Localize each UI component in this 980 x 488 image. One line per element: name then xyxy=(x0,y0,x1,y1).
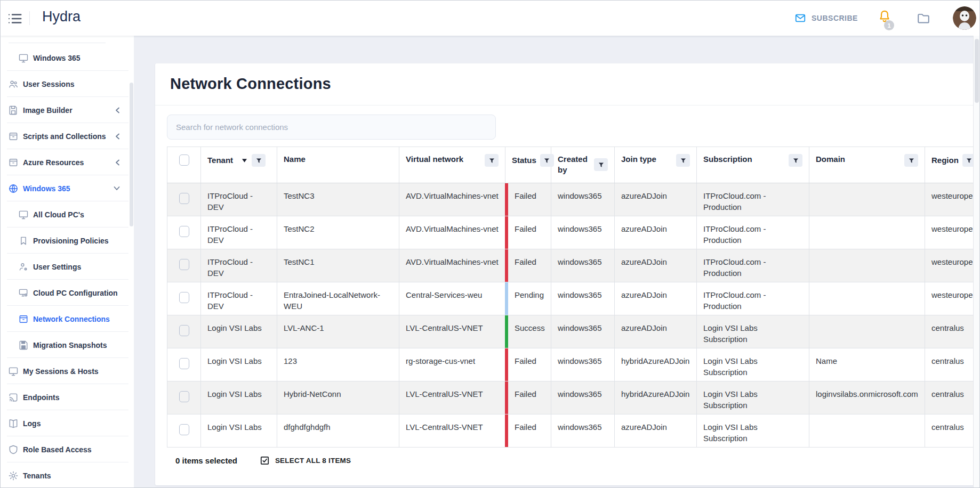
sidebar-item-migration-snapshots[interactable]: Migration Snapshots xyxy=(1,332,134,358)
cell-join-type: azureADJoin xyxy=(615,249,697,282)
avatar[interactable] xyxy=(953,6,976,30)
row-checkbox[interactable] xyxy=(179,193,189,204)
cell-region: westeurope xyxy=(925,249,975,282)
column-label: Subscription xyxy=(703,154,752,165)
column-label: Created by xyxy=(558,154,590,175)
sidebar-item-user-settings[interactable]: User Settings xyxy=(1,254,134,280)
table-row[interactable]: ITProCloud - DEVTestNC2AVD.VirtualMachin… xyxy=(167,216,975,249)
cell-join-type: azureADJoin xyxy=(615,183,697,216)
sidebar-item-azure-resources[interactable]: Azure Resources xyxy=(1,149,134,175)
sidebar-item-scripts-and-collections[interactable]: Scripts and Collections xyxy=(1,123,134,149)
table-row[interactable]: Login VSI LabsdfghdfghdgfhLVL-CentralUS-… xyxy=(167,414,975,448)
cell-join-type: azureADJoin xyxy=(615,315,697,348)
column-header-region[interactable]: Region xyxy=(925,147,975,183)
row-checkbox[interactable] xyxy=(179,259,189,270)
sidebar-item-role-based-access[interactable]: Role Based Access xyxy=(1,436,134,462)
cell-created-by: windows365 xyxy=(551,348,615,381)
cell-subscription: ITProCloud.com - Production xyxy=(697,216,809,249)
column-header-created-by[interactable]: Created by xyxy=(551,147,615,183)
sidebar-item-label: Image Builder xyxy=(23,106,73,115)
sidebar-item-label: Tenants xyxy=(23,471,51,480)
column-header-virtual-network[interactable]: Virtual network xyxy=(399,147,505,183)
status-color-bar xyxy=(505,414,508,447)
chevron-down-icon[interactable] xyxy=(114,186,120,191)
table-row[interactable]: Login VSI LabsLVL-ANC-1LVL-CentralUS-VNE… xyxy=(167,315,975,348)
filter-icon[interactable] xyxy=(676,154,690,167)
gear-icon xyxy=(8,470,19,481)
cell-status: Success xyxy=(505,315,551,348)
table-row[interactable]: ITProCloud - DEVTestNC3AVD.VirtualMachin… xyxy=(167,183,975,216)
folder-icon[interactable] xyxy=(917,12,930,25)
title-divider xyxy=(155,105,974,105)
table-row[interactable]: Login VSI LabsHybrid-NetConnLVL-CentralU… xyxy=(167,381,975,414)
cell-virtual-network: LVL-CentralUS-VNET xyxy=(399,381,505,414)
sidebar: Windows 365User SessionsImage BuilderScr… xyxy=(1,36,134,487)
column-label: Join type xyxy=(621,154,656,165)
sidebar-scrollbar[interactable] xyxy=(130,83,133,226)
row-checkbox[interactable] xyxy=(179,424,189,435)
sidebar-item-user-sessions[interactable]: User Sessions xyxy=(1,71,134,97)
sidebar-item-provisioning-policies[interactable]: Provisioning Policies xyxy=(1,227,134,254)
chevron-left-icon[interactable] xyxy=(115,133,120,140)
column-header-status[interactable]: Status xyxy=(505,147,551,183)
chevron-left-icon[interactable] xyxy=(115,107,120,113)
column-header-domain[interactable]: Domain xyxy=(809,147,925,183)
sidebar-item-all-cloud-pc-s[interactable]: All Cloud PC's xyxy=(1,201,134,227)
sidebar-item-image-builder[interactable]: Image Builder xyxy=(1,97,134,123)
row-checkbox[interactable] xyxy=(179,391,189,402)
column-header-join-type[interactable]: Join type xyxy=(615,147,697,183)
column-header-name[interactable]: Name xyxy=(277,147,399,183)
sidebar-item-logs[interactable]: Logs xyxy=(1,410,134,436)
sort-desc-icon[interactable] xyxy=(242,159,247,162)
sidebar-item-cloud-pc-configuration[interactable]: Cloud PC Configuration xyxy=(1,280,134,306)
filter-icon[interactable] xyxy=(789,154,802,167)
cell-domain xyxy=(809,414,925,448)
cell-domain: Name xyxy=(809,348,925,381)
filter-icon[interactable] xyxy=(594,158,608,171)
cell-subscription: ITProCloud.com - Production xyxy=(697,183,809,216)
select-all-checkbox[interactable] xyxy=(179,154,189,166)
subscribe-label: SUBSCRIBE xyxy=(812,14,858,22)
user-gear-icon xyxy=(18,262,29,272)
sidebar-item-windows-365[interactable]: Windows 365 xyxy=(1,175,134,201)
cell-created-by: windows365 xyxy=(551,216,615,249)
cell-virtual-network: LVL-CentralUS-VNET xyxy=(399,315,505,348)
filter-icon[interactable] xyxy=(485,154,499,167)
app-title: Hydra xyxy=(42,9,81,25)
select-all-button[interactable]: SELECT ALL 8 ITEMS xyxy=(260,456,351,466)
sidebar-item-network-connections[interactable]: Network Connections xyxy=(1,306,134,332)
table-row[interactable]: ITProCloud - DEVEntraJoined-LocalNetwork… xyxy=(167,282,975,315)
menu-icon[interactable] xyxy=(7,11,23,26)
sidebar-item-windows-365[interactable]: Windows 365 xyxy=(1,45,134,71)
cell-virtual-network: AVD.VirtualMachines-vnet xyxy=(399,249,505,282)
column-header-subscription[interactable]: Subscription xyxy=(697,147,809,183)
row-checkbox[interactable] xyxy=(179,325,189,336)
status-text: Failed xyxy=(515,191,536,200)
row-checkbox[interactable] xyxy=(179,292,189,303)
chevron-left-icon[interactable] xyxy=(115,159,120,166)
filter-icon[interactable] xyxy=(540,154,554,167)
filter-icon[interactable] xyxy=(252,154,266,167)
sidebar-item-tenants[interactable]: Tenants xyxy=(1,462,134,487)
sidebar-item-my-sessions-hosts[interactable]: My Sessions & Hosts xyxy=(1,358,134,384)
cell-region: westeurope xyxy=(925,216,975,249)
column-header-tenant[interactable]: Tenant xyxy=(201,147,277,183)
search-input[interactable] xyxy=(167,115,496,140)
sidebar-item-endpoints[interactable]: Endpoints xyxy=(1,384,134,410)
cell-status: Failed xyxy=(505,249,551,282)
row-checkbox[interactable] xyxy=(179,226,189,237)
envelope-icon xyxy=(794,12,806,24)
check-square-icon xyxy=(260,456,270,466)
page-scrollbar-thumb[interactable] xyxy=(975,39,979,103)
subscribe-button[interactable]: SUBSCRIBE xyxy=(794,1,858,36)
sidebar-item-label: Network Connections xyxy=(33,315,110,323)
cell-join-type: hybridAzureADJoin xyxy=(615,381,697,414)
cell-status: Failed xyxy=(505,183,551,216)
table-row[interactable]: ITProCloud - DEVTestNC1AVD.VirtualMachin… xyxy=(167,249,975,282)
network-connections-table: TenantNameVirtual networkStatusCreated b… xyxy=(167,147,974,448)
page-scrollbar[interactable] xyxy=(973,36,979,487)
filter-icon[interactable] xyxy=(904,154,918,167)
row-checkbox[interactable] xyxy=(179,358,189,369)
table-row[interactable]: Login VSI Labs123rg-storage-cus-vnetFail… xyxy=(167,348,975,381)
sidebar-item-label: Endpoints xyxy=(23,393,59,402)
